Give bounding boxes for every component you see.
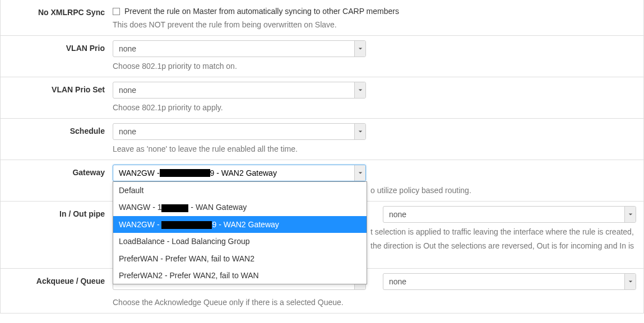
dropdown-gateway: Default WANGW - 1 - WAN Gateway WAN2GW -… [113,181,367,284]
label-vlan-prio-set: VLAN Prio Set [1,82,113,114]
gateway-option-preferwan2[interactable]: PreferWAN2 - Prefer WAN2, fail to WAN [113,267,367,284]
label-vlan-prio: VLAN Prio [1,40,113,72]
select-schedule[interactable]: none [113,123,366,140]
select-out-pipe[interactable]: none [383,206,636,223]
gateway-value-prefix: WAN2GW - [119,168,160,177]
help-vlan-prio: Choose 802.1p priority to match on. [113,60,636,72]
redacted-text [161,204,188,212]
gateway-option-wangw[interactable]: WANGW - 1 - WAN Gateway [113,199,367,216]
select-gateway[interactable]: WAN2GW - 9 - WAN2 Gateway Default WANGW … [113,165,366,181]
label-schedule: Schedule [1,123,113,155]
select-value-out-pipe: none [389,210,406,219]
select-value-vlan-prio-set: none [119,86,136,95]
gateway-option-preferwan[interactable]: PreferWAN - Prefer WAN, fail to WAN2 [113,250,367,267]
chevron-down-icon [354,41,365,57]
chevron-down-icon [354,124,365,139]
help-ackqueue: Choose the Acknowledge Queue only if the… [113,297,636,308]
select-value-schedule: none [119,127,136,136]
gateway-option-default[interactable]: Default [113,182,367,199]
checkbox-no-xmlrpc-sync[interactable] [113,8,120,15]
chevron-down-icon [354,165,365,181]
help-no-xmlrpc-sync: This does NOT prevent the rule from bein… [113,19,636,31]
row-no-xmlrpc-sync: No XMLRPC Sync Prevent the rule on Maste… [1,0,643,35]
label-in-out-pipe: In / Out pipe [1,206,113,264]
row-vlan-prio: VLAN Prio none Choose 802.1p priority to… [1,35,643,77]
gateway-option-loadbalance[interactable]: LoadBalance - Load Balancing Group [113,233,367,250]
redacted-text [160,169,210,177]
select-vlan-prio-set[interactable]: none [113,82,366,99]
select-queue[interactable]: none [383,273,636,290]
redacted-text [161,221,212,229]
row-vlan-prio-set: VLAN Prio Set none Choose 802.1p priorit… [1,77,643,118]
checkbox-text-no-xmlrpc-sync: Prevent the rule on Master from automati… [124,7,399,16]
label-ackqueue: Ackqueue / Queue [1,273,113,308]
gateway-value-suffix: 9 - WAN2 Gateway [210,168,277,177]
chevron-down-icon [624,274,636,289]
label-no-xmlrpc-sync: No XMLRPC Sync [1,4,113,31]
select-vlan-prio[interactable]: none [113,40,366,57]
select-value-queue: none [389,277,406,286]
help-vlan-prio-set: Choose 802.1p priority to apply. [113,102,636,114]
row-schedule: Schedule none Leave as 'none' to leave t… [1,118,643,160]
chevron-down-icon [624,207,636,222]
gateway-option-wan2gw[interactable]: WAN2GW - 9 - WAN2 Gateway [113,216,367,233]
select-value-vlan-prio: none [119,44,136,53]
help-schedule: Leave as 'none' to leave the rule enable… [113,143,636,155]
label-gateway: Gateway [1,165,113,196]
chevron-down-icon [354,82,365,98]
row-gateway: Gateway WAN2GW - 9 - WAN2 Gateway Defaul… [1,160,643,201]
